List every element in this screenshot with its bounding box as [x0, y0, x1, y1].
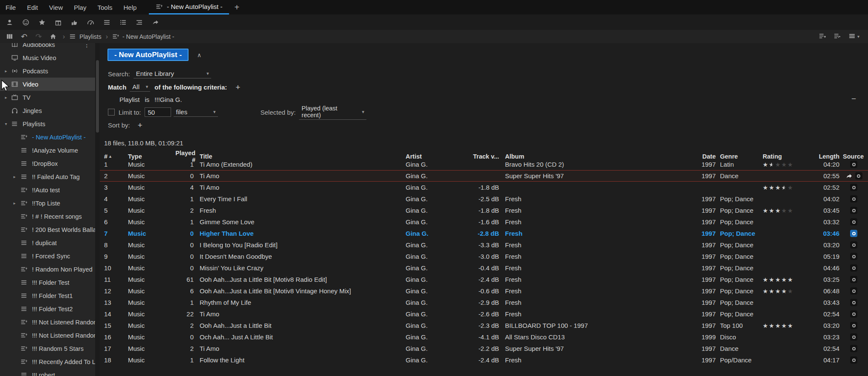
undo-icon[interactable]: ↶	[19, 32, 29, 41]
col-header-title[interactable]: Title	[195, 153, 404, 160]
add-criteria-button[interactable]: +	[234, 83, 242, 91]
view-options-icon[interactable]: ▾	[848, 32, 859, 41]
sidebar-item[interactable]: ▸Podcasts	[0, 64, 95, 78]
kebab-menu-icon[interactable]: ⋮	[84, 43, 90, 49]
track-row[interactable]: 9 Music 0 It Doesn't Mean Goodbye Gina G…	[100, 251, 868, 262]
track-row[interactable]: 14 Music 22 Ti Amo Gina G. -2.6 dB Fresh…	[100, 308, 868, 320]
track-row[interactable]: 18 Music 1 Follow the Light Gina G. -2.4…	[100, 354, 868, 366]
col-header-trackv[interactable]: Track v...	[455, 153, 499, 160]
sidebar-item[interactable]: ! 200 Best Worlds Ballads	[0, 223, 95, 236]
sidebar-item[interactable]: ! # ! Recent songs	[0, 210, 95, 223]
sidebar-item[interactable]: ! Random Non Played	[0, 263, 95, 276]
sidebar-item[interactable]: !!! robert	[0, 368, 95, 376]
sidebar-item[interactable]: - New AutoPlaylist -	[0, 130, 95, 144]
track-rating[interactable]: ★★★★★	[763, 184, 818, 191]
sidebar-item[interactable]: ▸TV	[0, 91, 95, 104]
autoplaylist-title-box[interactable]: - New AutoPlaylist -	[107, 49, 189, 61]
sidebar-item[interactable]: !!! Not Listened Random 50	[0, 329, 95, 342]
menu-play[interactable]: Play	[68, 0, 92, 14]
track-row[interactable]: 2 Music 0 Ti Amo Gina G. Super Super Hit…	[100, 170, 868, 182]
col-header-album[interactable]: Album	[499, 153, 697, 160]
col-header-num[interactable]: #▴	[104, 153, 128, 160]
expand-node-icon[interactable]: ▸	[12, 174, 17, 179]
sidebar-item[interactable]: ▾Playlists	[0, 117, 95, 130]
list-indent-icon[interactable]	[134, 17, 145, 28]
col-header-rating[interactable]: Rating	[763, 153, 818, 160]
sidebar-item[interactable]: !!! Not Listened Random 50	[0, 315, 95, 329]
expand-node-icon[interactable]: ▸	[3, 69, 9, 73]
col-header-genre[interactable]: Genre	[716, 153, 763, 160]
remove-criteria-button[interactable]: −	[850, 95, 858, 103]
track-row[interactable]: 7 Music 0 Higher Than Love Gina G. -2.8 …	[100, 228, 868, 239]
track-row[interactable]: 11 Music 61 Ooh Aah...Just a Little Bit …	[100, 274, 868, 285]
sidebar-item[interactable]: !!! Random 5 Stars	[0, 342, 95, 355]
sidebar-item[interactable]: ! duplicat	[0, 236, 95, 249]
sidebar-item[interactable]: Jingles	[0, 104, 95, 117]
track-rating[interactable]: ★★★★★	[763, 322, 818, 329]
breadcrumb-item[interactable]: Playlists	[69, 33, 101, 40]
match-mode-dropdown[interactable]: All ▾	[130, 83, 150, 92]
collapse-node-icon[interactable]: ▾	[3, 121, 9, 126]
criteria-row[interactable]: Playlist is !!!Gina G. −	[100, 95, 868, 104]
limit-checkbox[interactable]	[108, 109, 115, 116]
thumbs-rating-icon[interactable]	[69, 17, 80, 28]
layout-columns-icon[interactable]	[4, 32, 15, 41]
sidebar-item[interactable]: !!! Folder Test1	[0, 289, 95, 302]
sidebar-item[interactable]: !!! Folder Test	[0, 276, 95, 289]
search-scope-dropdown[interactable]: Entire Library ▾	[134, 69, 211, 78]
limit-unit-dropdown[interactable]: files ▾	[174, 108, 218, 117]
sidebar-item[interactable]: Video	[0, 78, 95, 91]
track-rating[interactable]: ★★★★★	[763, 207, 818, 214]
criteria-field[interactable]: Playlist	[119, 96, 140, 103]
sidebar-item[interactable]: ▸!!Top Liste	[0, 197, 95, 210]
smiley-icon[interactable]	[20, 17, 31, 28]
breadcrumb-item[interactable]: - New AutoPlaylist -	[112, 33, 174, 40]
sidebar-item[interactable]: !!Auto test	[0, 183, 95, 197]
share-icon[interactable]	[150, 17, 161, 28]
star-icon[interactable]	[37, 17, 47, 28]
track-row[interactable]: 4 Music 1 Every Time I Fall Gina G. -2.5…	[100, 193, 868, 205]
track-rating[interactable]: ★★★★★	[763, 161, 818, 168]
limit-count-input[interactable]: 50	[145, 107, 171, 117]
tab-new-autoplaylist[interactable]: - New AutoPlaylist -	[149, 0, 229, 14]
criteria-value[interactable]: !!!Gina G.	[154, 96, 182, 103]
list-plain-icon[interactable]	[102, 17, 112, 28]
track-row[interactable]: 15 Music 2 Ooh Aah...Just a Little Bit G…	[100, 320, 868, 331]
col-header-date[interactable]: Date	[697, 153, 716, 160]
menu-help[interactable]: Help	[118, 0, 142, 14]
track-row[interactable]: 5 Music 2 Fresh Gina G. -1.8 dB Fresh 19…	[100, 205, 868, 216]
track-rating[interactable]: ★★★★★	[763, 276, 818, 283]
sidebar-item[interactable]: Music Video	[0, 51, 95, 64]
col-header-type[interactable]: Type	[128, 153, 171, 160]
list-check-icon[interactable]	[118, 17, 128, 28]
menu-view[interactable]: View	[44, 0, 68, 14]
selected-by-dropdown[interactable]: Played (least recent) ▾	[299, 104, 366, 120]
gauge-icon[interactable]	[85, 17, 96, 28]
track-row[interactable]: 3 Music 4 Ti Amo Gina G. -1.8 dB ★★★★★ 0…	[100, 182, 868, 193]
track-row[interactable]: 10 Music 0 Missin' You Like Crazy Gina G…	[100, 262, 868, 274]
sidebar-item[interactable]: ▸!! Failed Auto Tag	[0, 170, 95, 183]
redo-icon[interactable]: ↷	[33, 32, 44, 41]
track-row[interactable]: 6 Music 1 Gimme Some Love Gina G. -1.6 d…	[100, 216, 868, 228]
expand-node-icon[interactable]: ▸	[12, 201, 17, 205]
track-row[interactable]: 13 Music 1 Rhythm of My Life Gina G. -2.…	[100, 297, 868, 308]
track-rating[interactable]: ★★★★★	[763, 288, 818, 295]
criteria-operator[interactable]: is	[145, 96, 150, 103]
expand-node-icon[interactable]: ▸	[3, 95, 9, 100]
scrollbar-thumb[interactable]	[96, 60, 99, 133]
sidebar-item[interactable]: ! Forced Sync	[0, 249, 95, 263]
add-sort-button[interactable]: +	[136, 121, 144, 129]
menu-tools[interactable]: Tools	[92, 0, 118, 14]
jump-to-track-icon[interactable]	[845, 173, 853, 179]
sidebar-scrollbar[interactable]	[95, 43, 100, 376]
sidebar-item[interactable]: !DropBox	[0, 157, 95, 170]
track-row[interactable]: 8 Music 0 I Belong to You [Radio Edit] G…	[100, 239, 868, 251]
track-row[interactable]: 17 Music 2 Ti Amo Gina G. -2.2 dB Super …	[100, 343, 868, 354]
sidebar-item[interactable]: Audiobooks⋮	[0, 43, 95, 51]
sidebar-item[interactable]: !!! Recently Added To Libra	[0, 355, 95, 368]
send-to-list-icon[interactable]	[819, 32, 826, 41]
track-row[interactable]: 16 Music 0 Och Aah... Just A Little Bit …	[100, 331, 868, 343]
menu-edit[interactable]: Edit	[21, 0, 44, 14]
col-header-artist[interactable]: Artist	[404, 153, 455, 160]
home-icon[interactable]	[48, 32, 58, 41]
